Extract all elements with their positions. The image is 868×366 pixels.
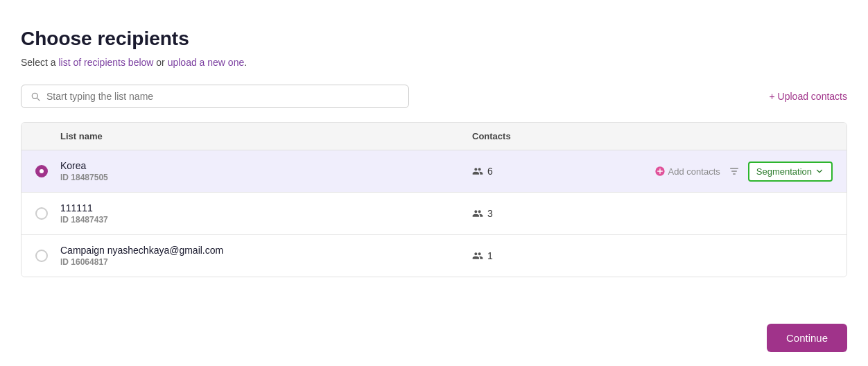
table-row[interactable]: Korea ID 18487505 6 Add contacts (21, 150, 847, 193)
search-input[interactable] (46, 91, 400, 102)
contacts-count-111111: 3 (487, 208, 493, 219)
contacts-cell-korea: 6 (472, 166, 611, 177)
upload-contacts-link[interactable]: + Upload contacts (770, 91, 847, 102)
list-name-korea: Korea (60, 160, 472, 171)
radio-button-campaign[interactable] (35, 250, 48, 262)
table-header: List name Contacts (21, 123, 847, 150)
contacts-icon-111111 (472, 208, 483, 219)
list-id-111111: ID 18487437 (60, 215, 472, 225)
radio-button-111111[interactable] (35, 207, 48, 220)
contacts-cell-111111: 3 (472, 208, 611, 219)
contacts-count-campaign: 1 (487, 250, 493, 261)
chevron-down-icon (815, 166, 824, 176)
list-name-111111: 111111 (60, 202, 472, 214)
recipients-table: List name Contacts Korea ID 18487505 6 (21, 122, 847, 277)
table-row[interactable]: 111111 ID 18487437 3 (21, 193, 847, 235)
radio-button-korea[interactable] (35, 165, 48, 177)
continue-button[interactable]: Continue (767, 324, 847, 352)
search-icon (30, 91, 41, 102)
contacts-icon-campaign (472, 250, 483, 261)
contacts-count-korea: 6 (487, 166, 493, 177)
page-subtitle: Select a list of recipients below or upl… (21, 57, 847, 68)
add-contacts-label: Add contacts (668, 166, 720, 177)
contacts-cell-campaign: 1 (472, 250, 611, 261)
upload-link-subtitle[interactable]: upload a new one (168, 57, 245, 68)
col-contacts-header: Contacts (472, 131, 611, 141)
add-contacts-button[interactable]: Add contacts (654, 166, 720, 177)
segmentation-button[interactable]: Segmentation (748, 162, 833, 182)
col-list-name-header: List name (60, 131, 472, 141)
list-name-cell-korea: Korea ID 18487505 (60, 160, 472, 182)
list-id-campaign: ID 16064817 (60, 257, 472, 267)
list-id-korea: ID 18487505 (60, 173, 472, 182)
search-box (21, 85, 409, 108)
segmentation-label: Segmentation (756, 166, 812, 177)
list-link[interactable]: list of recipients below (58, 57, 153, 68)
contacts-icon-korea (472, 166, 483, 177)
table-row[interactable]: Campaign nyashechkaya@gmail.com ID 16064… (21, 235, 847, 277)
top-bar: + Upload contacts (21, 85, 847, 108)
actions-cell-korea: Add contacts Segmentation (611, 162, 833, 182)
list-name-cell-111111: 111111 ID 18487437 (60, 202, 472, 225)
add-contacts-icon (654, 166, 666, 177)
page-title: Choose recipients (21, 28, 847, 50)
list-name-cell-campaign: Campaign nyashechkaya@gmail.com ID 16064… (60, 245, 472, 267)
filter-icon[interactable] (729, 166, 740, 177)
list-name-campaign: Campaign nyashechkaya@gmail.com (60, 245, 472, 256)
